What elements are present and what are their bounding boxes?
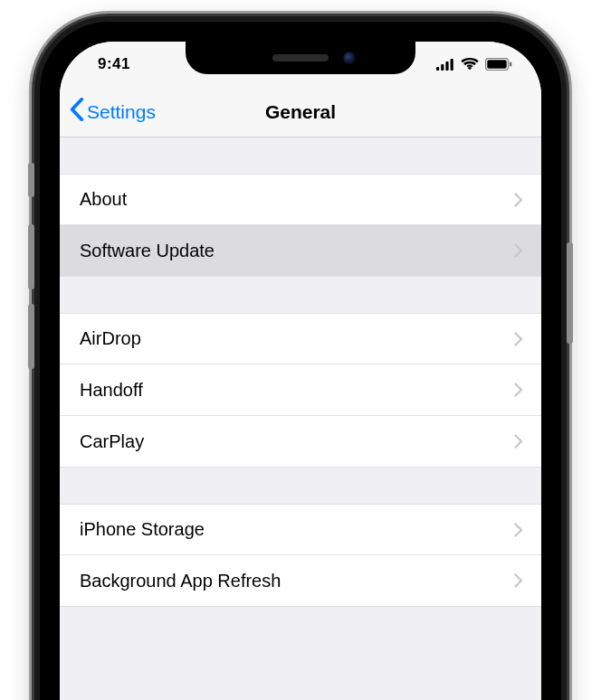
svg-rect-6 — [510, 62, 511, 67]
svg-rect-1 — [441, 64, 444, 71]
chevron-right-icon — [514, 523, 523, 537]
row-label: Handoff — [80, 380, 143, 401]
volume-up-button — [28, 224, 34, 289]
row-iphone-storage[interactable]: iPhone Storage — [60, 504, 541, 555]
notch — [186, 42, 415, 74]
row-label: Software Update — [80, 241, 215, 261]
settings-group: iPhone Storage Background App Refresh — [60, 504, 541, 607]
screen: 9:41 — [60, 42, 541, 700]
svg-rect-0 — [436, 67, 439, 71]
status-time: 9:41 — [85, 55, 130, 73]
row-background-app-refresh[interactable]: Background App Refresh — [60, 555, 541, 607]
row-handoff[interactable]: Handoff — [60, 364, 541, 416]
svg-rect-5 — [487, 60, 506, 68]
bezel: 9:41 — [40, 22, 561, 700]
front-camera — [343, 52, 356, 64]
nav-bar: Settings General — [60, 87, 541, 137]
row-carplay[interactable]: CarPlay — [60, 416, 541, 468]
row-label: iPhone Storage — [80, 519, 205, 540]
content: About Software Update A — [60, 137, 541, 700]
chevron-right-icon — [514, 434, 523, 449]
row-label: Background App Refresh — [80, 571, 281, 591]
status-right — [436, 58, 516, 71]
silence-switch — [28, 163, 34, 197]
row-label: CarPlay — [80, 431, 144, 452]
chevron-right-icon — [514, 193, 523, 207]
chevron-right-icon — [514, 573, 523, 588]
power-button — [567, 242, 573, 344]
page-title: General — [60, 101, 541, 123]
volume-down-button — [28, 304, 34, 369]
row-label: AirDrop — [80, 328, 141, 349]
battery-icon — [485, 58, 512, 71]
chevron-right-icon — [514, 332, 523, 346]
svg-rect-3 — [451, 59, 453, 71]
row-software-update[interactable]: Software Update — [60, 225, 541, 277]
chevron-right-icon — [514, 243, 523, 258]
svg-rect-2 — [445, 61, 448, 71]
settings-group: AirDrop Handoff CarPlay — [60, 313, 541, 468]
row-airdrop[interactable]: AirDrop — [60, 313, 541, 364]
cellular-signal-icon — [436, 59, 454, 71]
row-about[interactable]: About — [60, 174, 541, 225]
speaker-grille — [272, 54, 329, 61]
phone-frame: 9:41 — [34, 16, 567, 700]
settings-group: About Software Update — [60, 174, 541, 277]
row-label: About — [80, 189, 127, 210]
wifi-icon — [461, 58, 479, 71]
chevron-right-icon — [514, 383, 523, 397]
